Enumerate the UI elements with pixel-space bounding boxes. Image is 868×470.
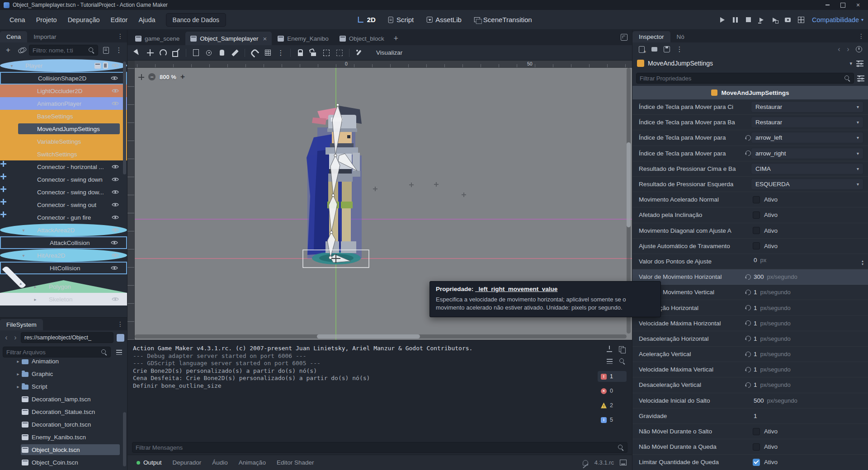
- load-resource-icon[interactable]: [649, 44, 660, 55]
- visibility-eye-icon[interactable]: [111, 240, 118, 245]
- tree-item[interactable]: Player: [0, 59, 127, 72]
- info-count[interactable]: 5: [598, 414, 627, 425]
- checkbox-icon[interactable]: [753, 227, 760, 234]
- maximize-button[interactable]: [836, 1, 849, 9]
- tree-item[interactable]: HitCollision: [0, 262, 127, 274]
- tab-cena[interactable]: Cena: [0, 31, 27, 42]
- collapse-log-icon[interactable]: [605, 357, 614, 366]
- rotate-tool-icon[interactable]: [157, 47, 169, 59]
- movie-maker-icon[interactable]: [784, 16, 792, 24]
- back-icon[interactable]: ‹: [3, 334, 10, 342]
- visibility-eye-icon[interactable]: [112, 164, 119, 169]
- tree-item[interactable]: Connector - swing out: [0, 198, 127, 211]
- property-checkbox[interactable]: Ativo: [751, 196, 778, 203]
- ruler-tool-icon[interactable]: [229, 47, 241, 59]
- file-item[interactable]: Animation: [0, 359, 127, 367]
- revert-icon[interactable]: [745, 150, 751, 157]
- visibility-eye-icon[interactable]: [112, 177, 119, 182]
- property-number-field[interactable]: 500 px/segundo ▴▾: [751, 397, 863, 404]
- visibility-eye-icon[interactable]: [111, 265, 118, 271]
- expand-arrow-icon[interactable]: [14, 371, 22, 376]
- scene-tab[interactable]: Object_Sampleplayer ×: [185, 32, 272, 45]
- zoom-level[interactable]: 800 %: [160, 74, 176, 80]
- scrollbar-thumb[interactable]: [317, 334, 420, 338]
- inspector-property-row[interactable]: Velocidade Inicial do Salto 500 ▾ 500: [632, 393, 868, 409]
- tab-filesystem[interactable]: FileSystem: [0, 319, 43, 330]
- inspector-property-row[interactable]: Resultado de Pressionar Esquerda ESQUERD…: [632, 177, 868, 192]
- instance-scene-button[interactable]: [16, 45, 27, 56]
- visibility-eye-icon[interactable]: [112, 227, 119, 233]
- inspector-property-row[interactable]: Velocidade Máxima Vertical 1 ▾ 1: [632, 362, 868, 377]
- scene-filter-input[interactable]: [33, 47, 86, 54]
- add-node-button[interactable]: [3, 45, 14, 56]
- filter-script-icon[interactable]: [103, 47, 109, 54]
- property-number-field[interactable]: 1 px/segundo ▴▾: [751, 289, 863, 296]
- visibility-eye-icon[interactable]: [112, 101, 119, 106]
- visibility-eye-icon[interactable]: [112, 88, 119, 94]
- group-icon[interactable]: [321, 47, 332, 59]
- tree-item[interactable]: AnimationPlayer: [0, 97, 127, 110]
- current-path-input[interactable]: [24, 334, 110, 341]
- database-menu-button[interactable]: Banco de Dados: [166, 13, 226, 27]
- property-number-field[interactable]: 1 px/segundo ▴▾: [751, 305, 863, 311]
- checkbox-icon[interactable]: [753, 242, 760, 249]
- file-item[interactable]: Script: [0, 380, 127, 393]
- tree-item[interactable]: Connector - horizontal ...: [0, 160, 127, 173]
- inspector-property-row[interactable]: Índice de Tecla para Mover para arrow_ri…: [632, 146, 868, 161]
- scene-tree-options-icon[interactable]: ⋮: [113, 45, 124, 56]
- expand-arrow-icon[interactable]: [20, 228, 27, 233]
- revert-icon[interactable]: [745, 273, 751, 280]
- minimize-button[interactable]: [821, 1, 834, 9]
- revert-icon[interactable]: [745, 305, 751, 311]
- pause-button[interactable]: [731, 16, 740, 24]
- expand-arrow-icon[interactable]: [14, 384, 22, 389]
- separator[interactable]: [349, 49, 349, 57]
- workspace-tab-assetlib[interactable]: AssetLib: [426, 16, 462, 24]
- renderer-select[interactable]: Compatibilidade ▾: [812, 16, 863, 24]
- expand-viewport-icon[interactable]: [621, 34, 627, 41]
- checkbox-icon[interactable]: [753, 196, 760, 203]
- property-dropdown[interactable]: arrow_right ▾: [751, 148, 863, 159]
- property-checkbox[interactable]: Ativo: [751, 242, 778, 249]
- play-button[interactable]: [718, 16, 726, 24]
- smart-snap-icon[interactable]: [249, 47, 260, 59]
- inspector-property-row[interactable]: Aceleração Horizontal 1 ▾ 1: [632, 300, 868, 315]
- forward-icon[interactable]: ›: [12, 334, 19, 342]
- visibility-eye-icon[interactable]: [112, 296, 119, 302]
- workspace-tab-script[interactable]: Script: [388, 16, 414, 24]
- snap-options-icon[interactable]: [275, 47, 287, 59]
- sort-icon[interactable]: [116, 350, 122, 355]
- file-item[interactable]: Object_block.tscn: [0, 443, 127, 456]
- inspector-property-row[interactable]: Não Móvel Durante a Queda Ativo ▾ Ativo: [632, 439, 868, 455]
- skeleton-options-icon[interactable]: [353, 47, 365, 59]
- inspector-property-row[interactable]: Índice de Tecla para Mover para Ba Resta…: [632, 115, 868, 130]
- file-item[interactable]: Graphic: [0, 367, 127, 380]
- visibility-eye-icon[interactable]: [112, 215, 119, 220]
- inspector-property-row[interactable]: Valor de Movimento Vertical 1 ▾ 1: [632, 285, 868, 300]
- visibility-eye-icon[interactable]: [112, 202, 119, 207]
- scrollbar-thumb[interactable]: [627, 142, 631, 227]
- tree-item[interactable]: BaseSettings: [0, 110, 127, 122]
- property-checkbox[interactable]: Ativo: [751, 428, 778, 435]
- tree-item[interactable]: AttackCollision: [0, 236, 127, 249]
- resource-options-icon[interactable]: [674, 44, 685, 55]
- inspector-property-row[interactable]: Valor de Movimento Horizontal 300 ▾ 300: [632, 269, 868, 285]
- error-count[interactable]: 1: [598, 371, 627, 382]
- file-item[interactable]: Decoration_torch.tscn: [0, 418, 127, 431]
- renderer-grid-icon[interactable]: [797, 16, 805, 24]
- visibility-eye-icon[interactable]: [112, 63, 119, 68]
- preview-button[interactable]: Visualizar: [371, 47, 408, 59]
- revert-icon[interactable]: [745, 134, 751, 141]
- inspector-property-row[interactable]: Gravidade 1 ▾ 1: [632, 409, 868, 424]
- tab-inspector[interactable]: Inspector: [632, 31, 670, 42]
- property-number-field[interactable]: 1 px/segundo ▴▾: [751, 351, 863, 357]
- search-log-icon[interactable]: [619, 358, 625, 364]
- tree-item[interactable]: AttackArea2D: [0, 224, 127, 236]
- extra-resource-options-icon[interactable]: [856, 61, 863, 66]
- lock-icon[interactable]: [294, 47, 306, 59]
- property-dropdown[interactable]: CIMA ▾: [751, 163, 863, 174]
- file-item[interactable]: Decoration_Statue.tscn: [0, 405, 127, 418]
- menu-item[interactable]: Depuração: [63, 14, 105, 26]
- property-number-field[interactable]: 1 px/segundo ▴▾: [751, 366, 863, 373]
- toggle-bottom-panel-icon[interactable]: [618, 458, 627, 467]
